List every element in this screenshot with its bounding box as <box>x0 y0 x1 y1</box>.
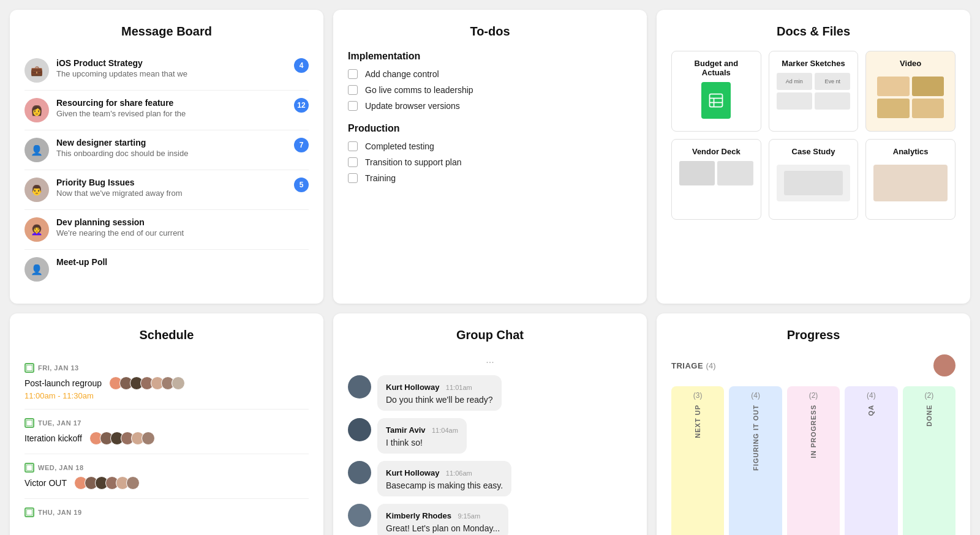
chat-container: ... Kurt Holloway 11:01am Do you think w… <box>348 354 632 535</box>
column-count: (3) <box>693 391 703 400</box>
chat-sender-name: Kurt Holloway <box>386 383 439 392</box>
message-item[interactable]: 👤 New designer starting This onboarding … <box>24 130 309 170</box>
message-board-title: Message Board <box>24 24 309 39</box>
todo-checkbox[interactable] <box>348 173 358 183</box>
sketch-cell: Ad min <box>777 73 812 90</box>
progress-column-next-up[interactable]: (3) NEXT UP <box>671 386 724 535</box>
todo-section-title: Production <box>348 123 632 134</box>
progress-card: Progress TRIAGE (4) (3) NEXT UP (4) FIGU… <box>657 313 970 535</box>
doc-label: Case Study <box>792 147 835 156</box>
doc-item-casestudy[interactable]: Case Study <box>769 139 859 220</box>
docs-card: Docs & Files Budget and Actuals Marker S… <box>657 10 970 304</box>
chat-sender-name: Tamir Aviv <box>386 425 426 435</box>
message-title: Priority Bug Issues <box>56 178 309 187</box>
column-label: FIGURING IT OUT <box>752 405 760 471</box>
todos-card: To-dos Implementation Add change control… <box>333 10 647 304</box>
video-cell <box>912 77 944 96</box>
todo-item[interactable]: Update browser versions <box>348 101 632 111</box>
message-badge: 7 <box>294 138 309 152</box>
calendar-icon <box>24 463 34 473</box>
progress-column-done[interactable]: (2) DONE <box>903 386 956 535</box>
chat-bubble: Tamir Aviv 11:04am I think so! <box>377 418 467 454</box>
message-preview: We're nearing the end of our current <box>56 228 309 238</box>
schedule-avatars <box>89 432 155 445</box>
todos-title: To-dos <box>348 24 632 39</box>
svg-rect-4 <box>26 365 32 371</box>
svg-rect-7 <box>26 509 32 515</box>
calendar-icon <box>24 507 34 517</box>
doc-label: Video <box>900 59 921 68</box>
progress-column-figuring-it-out[interactable]: (4) FIGURING IT OUT <box>729 386 782 535</box>
todo-checkbox[interactable] <box>348 69 358 79</box>
column-label: IN PROGRESS <box>810 405 817 458</box>
doc-label: Vendor Deck <box>692 147 741 156</box>
todo-checkbox[interactable] <box>348 85 358 95</box>
message-item[interactable]: 👨 Priority Bug Issues Now that we've mig… <box>24 170 309 210</box>
message-preview: Now that we've migrated away from <box>56 189 309 198</box>
sketch-cell <box>815 92 850 110</box>
message-item[interactable]: 👤 Meet-up Poll <box>24 250 309 289</box>
schedule-event[interactable]: WED, JAN 18 Victor OUT <box>24 454 309 499</box>
todo-label: Update browser versions <box>365 101 460 111</box>
message-badge: 4 <box>294 58 309 73</box>
doc-item-analytics[interactable]: Analytics <box>865 139 956 220</box>
schedule-event[interactable]: FRI, JAN 13 Post-launch regroup 11:00am … <box>24 354 309 410</box>
todo-checkbox[interactable] <box>348 101 358 111</box>
avatar: 👩 <box>24 98 49 122</box>
doc-item-budget[interactable]: Budget and Actuals <box>671 51 761 132</box>
chat-message: Kimberly Rhodes 9:15am Great! Let's plan… <box>348 504 632 535</box>
chat-timestamp: 11:06am <box>446 470 472 477</box>
chat-avatar <box>348 504 371 527</box>
message-item[interactable]: 👩‍🦱 Dev planning session We're nearing t… <box>24 210 309 250</box>
schedule-time: 11:00am - 11:30am <box>24 391 309 400</box>
triage-label: TRIAGE <box>671 361 703 370</box>
chat-message: Kurt Holloway 11:06am Basecamp is making… <box>348 461 632 496</box>
chat-avatar <box>348 461 371 484</box>
todo-item[interactable]: Completed testing <box>348 141 632 151</box>
todo-section-title: Implementation <box>348 51 632 62</box>
message-title: iOS Product Strategy <box>56 58 309 68</box>
column-count: (2) <box>809 391 818 400</box>
todo-item[interactable]: Training <box>348 173 632 183</box>
sketch-cell: Eve nt <box>815 73 850 90</box>
schedule-list: FRI, JAN 13 Post-launch regroup 11:00am … <box>24 354 309 529</box>
schedule-event[interactable]: TUE, JAN 17 Iteration kickoff <box>24 410 309 454</box>
todo-label: Add change control <box>365 69 439 79</box>
doc-item-marker[interactable]: Marker Sketches Ad min Eve nt <box>769 51 859 132</box>
message-badge: 5 <box>294 178 309 192</box>
doc-item-vendor[interactable]: Vendor Deck <box>671 139 761 220</box>
schedule-event[interactable]: THU, JAN 19 <box>24 499 309 529</box>
progress-column-in-progress[interactable]: (2) IN PROGRESS <box>787 386 840 535</box>
doc-item-video[interactable]: Video <box>865 51 956 132</box>
deck-cell <box>717 161 753 185</box>
doc-preview <box>777 165 851 201</box>
message-badge: 12 <box>294 98 309 113</box>
chat-bubble: Kimberly Rhodes 9:15am Great! Let's plan… <box>377 504 508 535</box>
todo-item[interactable]: Go live comms to leadership <box>348 85 632 95</box>
todo-checkbox[interactable] <box>348 157 358 167</box>
todo-label: Completed testing <box>365 141 434 151</box>
chat-bubble: Kurt Holloway 11:06am Basecamp is making… <box>377 461 511 496</box>
message-title: Meet-up Poll <box>56 257 309 267</box>
spreadsheet-icon <box>701 82 731 119</box>
todo-checkbox[interactable] <box>348 141 358 151</box>
todo-item[interactable]: Transition to support plan <box>348 157 632 167</box>
column-count: (4) <box>867 391 876 400</box>
message-list: 💼 iOS Product Strategy The upcoming upda… <box>24 51 309 289</box>
avatar: 💼 <box>24 58 49 83</box>
progress-column-qa[interactable]: (4) QA <box>845 386 897 535</box>
column-label: DONE <box>925 405 933 427</box>
schedule-avatars <box>109 376 185 390</box>
deck-grid <box>679 161 753 185</box>
docs-grid: Budget and Actuals Marker Sketches Ad mi… <box>671 51 956 220</box>
message-item[interactable]: 👩 Resourcing for share feature Given the… <box>24 91 309 130</box>
chat-text: Basecamp is making this easy. <box>386 481 503 490</box>
svg-rect-6 <box>26 465 32 471</box>
column-label: NEXT UP <box>694 405 701 438</box>
svg-rect-0 <box>710 94 723 107</box>
message-item[interactable]: 💼 iOS Product Strategy The upcoming upda… <box>24 51 309 91</box>
todo-item[interactable]: Add change control <box>348 69 632 79</box>
message-preview: The upcoming updates mean that we <box>56 69 309 78</box>
doc-label: Analytics <box>893 147 929 156</box>
message-content: Dev planning session We're nearing the e… <box>56 217 309 238</box>
